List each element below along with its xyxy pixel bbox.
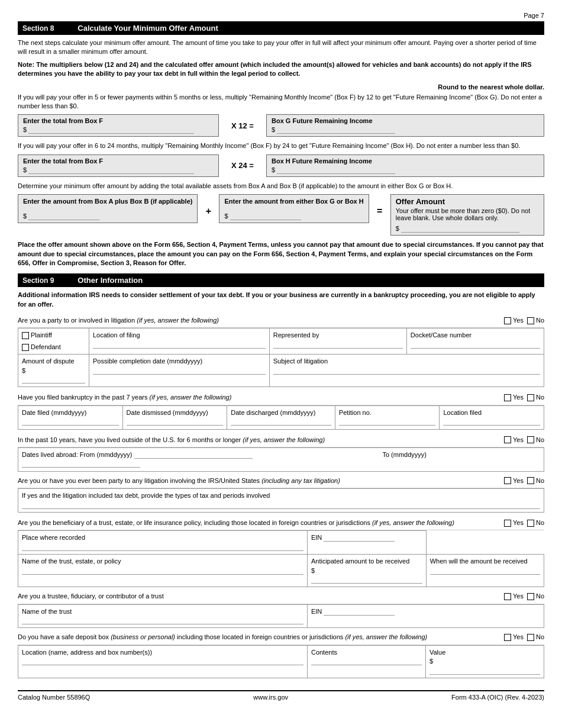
safe-deposit-no-checkbox[interactable] bbox=[527, 634, 534, 641]
completion-date-cell: Possible completion date (mmddyyyy) bbox=[89, 355, 270, 387]
bankruptcy-italic: (if yes, answer the following) bbox=[150, 394, 232, 401]
litigation-yes-checkbox[interactable] bbox=[504, 317, 511, 324]
irs-no-cb[interactable]: No bbox=[527, 476, 544, 485]
bankruptcy-yes-checkbox[interactable] bbox=[504, 394, 511, 401]
name-trust-input[interactable] bbox=[22, 567, 303, 575]
date-discharged-label: Date discharged (mmddyyyy) bbox=[231, 408, 331, 417]
defendant-cb-row[interactable]: Defendant bbox=[22, 343, 85, 352]
docket-input[interactable] bbox=[411, 341, 540, 349]
docket-cell: Docket/Case number bbox=[406, 328, 544, 355]
round-note: Round to the nearest whole dollar. bbox=[18, 83, 544, 91]
irs-yes-cb[interactable]: Yes bbox=[504, 476, 524, 485]
bankruptcy-no-cb[interactable]: No bbox=[527, 393, 544, 402]
represented-by-input[interactable] bbox=[273, 341, 403, 349]
trustee-yes-cb[interactable]: Yes bbox=[504, 592, 524, 601]
irs-yes-checkbox[interactable] bbox=[504, 477, 511, 484]
defendant-checkbox[interactable] bbox=[22, 344, 29, 351]
box-h-value[interactable] bbox=[277, 166, 395, 174]
footer: Catalog Number 55896Q www.irs.gov Form 4… bbox=[18, 690, 544, 701]
subject-litigation-input[interactable] bbox=[273, 367, 540, 375]
box-h-result: Box H Future Remaining Income $ bbox=[266, 154, 544, 177]
trust-yes-cb[interactable]: Yes bbox=[504, 518, 524, 527]
when-received-label: When will the amount be received bbox=[430, 557, 540, 566]
location-filing-input[interactable] bbox=[93, 341, 266, 349]
date-discharged-input[interactable] bbox=[231, 418, 331, 426]
ein-input[interactable] bbox=[324, 534, 395, 542]
irs-litigation-detail: If yes and the litigation included tax d… bbox=[18, 488, 544, 513]
abroad-yes-checkbox[interactable] bbox=[504, 436, 511, 443]
plaintiff-cb-row[interactable]: Plaintiff bbox=[22, 331, 85, 340]
location-input[interactable] bbox=[22, 658, 303, 665]
trustee-detail-table: Name of the trust EIN bbox=[18, 604, 544, 629]
anticipated-amount-input[interactable] bbox=[311, 576, 422, 584]
safe-deposit-yes-label: Yes bbox=[513, 633, 524, 642]
date-dismissed-input[interactable] bbox=[127, 418, 224, 426]
when-received-input[interactable] bbox=[430, 567, 540, 575]
to-label: To (mmddyyyy) bbox=[382, 451, 427, 458]
trust-yes-checkbox[interactable] bbox=[504, 520, 511, 527]
trust-no-checkbox[interactable] bbox=[527, 520, 534, 527]
subject-litigation-label: Subject of litigation bbox=[273, 357, 540, 366]
trustee-row: Are you a trustee, fiduciary, or contrib… bbox=[18, 590, 544, 604]
trustee-yes-no: Yes No bbox=[504, 592, 544, 601]
box-f-value2[interactable] bbox=[28, 166, 194, 174]
trustee-question: Are you a trustee, fiduciary, or contrib… bbox=[18, 592, 164, 601]
litigation-yes-cb[interactable]: Yes bbox=[504, 316, 524, 325]
trustee-yes-checkbox[interactable] bbox=[504, 593, 511, 600]
abroad-no-cb[interactable]: No bbox=[527, 436, 544, 444]
box-gh-value[interactable] bbox=[230, 212, 301, 220]
trustee-no-cb[interactable]: No bbox=[527, 592, 544, 601]
trustee-no-checkbox[interactable] bbox=[527, 593, 534, 600]
petition-no-input[interactable] bbox=[339, 418, 436, 426]
location-filed-cell: Location filed bbox=[440, 405, 544, 429]
date-filed-input[interactable] bbox=[22, 418, 119, 426]
litigation-no-cb[interactable]: No bbox=[527, 316, 544, 325]
box-f-value1[interactable] bbox=[28, 126, 194, 134]
offer-value[interactable] bbox=[401, 225, 519, 233]
defendant-label: Defendant bbox=[31, 343, 61, 352]
abroad-no-checkbox[interactable] bbox=[527, 436, 534, 443]
multiplier1: X 12 = bbox=[225, 121, 260, 130]
safe-deposit-yes-checkbox[interactable] bbox=[504, 634, 511, 641]
dates-lived-to-input[interactable] bbox=[22, 460, 140, 468]
dates-lived-abroad-cell: Dates lived abroad: From (mmddyyyy) To (… bbox=[18, 447, 544, 471]
dispute-amount-input[interactable] bbox=[22, 376, 85, 384]
plaintiff-checkbox[interactable] bbox=[22, 332, 29, 339]
bankruptcy-yes-label: Yes bbox=[513, 393, 524, 402]
offer-amount-subtitle: Your offer must be more than zero ($0). … bbox=[396, 207, 539, 221]
bankruptcy-no-checkbox[interactable] bbox=[527, 394, 534, 401]
location-filed-input[interactable] bbox=[443, 418, 540, 426]
trustee-no-label: No bbox=[536, 592, 544, 601]
box-ab-value[interactable] bbox=[28, 212, 99, 220]
place-recorded-input[interactable] bbox=[22, 543, 303, 551]
if-yes-litigation-cell: If yes and the litigation included tax d… bbox=[18, 489, 544, 513]
website: www.irs.gov bbox=[253, 694, 288, 701]
if-yes-litigation-input[interactable] bbox=[22, 501, 540, 509]
value-cell: Value $ bbox=[425, 645, 544, 678]
abroad-italic: (if yes, answer the following) bbox=[243, 436, 325, 443]
bankruptcy-yes-no: Yes No bbox=[504, 393, 544, 402]
location-filing-label: Location of filing bbox=[93, 331, 266, 340]
dispute-dollar: $ bbox=[22, 366, 85, 375]
irs-no-checkbox[interactable] bbox=[527, 477, 534, 484]
value-input[interactable] bbox=[429, 667, 540, 675]
dates-lived-from-input[interactable] bbox=[134, 451, 253, 459]
dates-lived-abroad-label: Dates lived abroad: From (mmddyyyy) bbox=[22, 451, 132, 458]
trust-no-cb[interactable]: No bbox=[527, 518, 544, 527]
trust-yes-label: Yes bbox=[513, 518, 524, 527]
completion-date-input[interactable] bbox=[93, 367, 266, 375]
abroad-yes-no: Yes No bbox=[504, 436, 544, 444]
trust-no-label: No bbox=[536, 518, 544, 527]
name-of-trust-input[interactable] bbox=[22, 617, 303, 624]
safe-deposit-yes-cb[interactable]: Yes bbox=[504, 633, 524, 642]
value-dollar: $ bbox=[429, 657, 540, 666]
abroad-yes-cb[interactable]: Yes bbox=[504, 436, 524, 444]
ein2-input[interactable] bbox=[324, 608, 395, 616]
litigation-no-checkbox[interactable] bbox=[527, 317, 534, 324]
box-g-value[interactable] bbox=[277, 126, 395, 134]
safe-deposit-no-cb[interactable]: No bbox=[527, 633, 544, 642]
contents-input[interactable] bbox=[311, 658, 422, 665]
section8-note: Note: The multipliers below (12 and 24) … bbox=[18, 60, 544, 79]
bold-paragraph: Place the offer amount shown above on th… bbox=[18, 240, 544, 268]
bankruptcy-yes-cb[interactable]: Yes bbox=[504, 393, 524, 402]
